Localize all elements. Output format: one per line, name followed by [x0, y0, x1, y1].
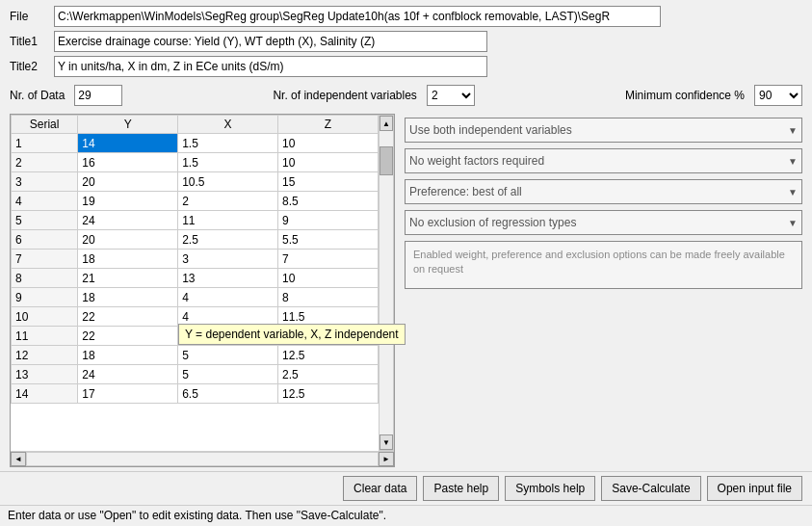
table-cell[interactable]: 10: [278, 269, 379, 288]
table-cell[interactable]: 19: [78, 192, 178, 211]
table-cell[interactable]: 6: [12, 230, 78, 250]
table-row[interactable]: 1218512.5: [12, 346, 379, 365]
table-cell[interactable]: 6.5: [178, 384, 278, 404]
preference-dropdown[interactable]: Preference: best of all ▼: [405, 179, 802, 204]
table-cell[interactable]: 2: [178, 192, 278, 211]
table-cell[interactable]: 2.5: [278, 365, 379, 384]
table-cell[interactable]: 9: [278, 211, 379, 230]
table-cell[interactable]: 22: [78, 307, 178, 327]
table-cell[interactable]: 14: [12, 384, 78, 404]
nr-indep-select[interactable]: 2 1 3: [427, 85, 475, 106]
table-cell[interactable]: 2.5: [178, 230, 278, 250]
title1-label: Title1: [10, 35, 48, 48]
table-cell[interactable]: 8: [278, 288, 379, 307]
save-calculate-button[interactable]: Save-Calculate: [601, 476, 700, 501]
table-cell[interactable]: 5.5: [278, 230, 379, 250]
data-table-container: Serial Y X Z 1141.5102161.51032010.51541…: [10, 114, 395, 467]
table-cell[interactable]: 24: [78, 365, 178, 384]
table-cell[interactable]: 20: [78, 230, 178, 250]
nr-indep-label: Nr. of independent variables: [273, 89, 416, 102]
table-cell[interactable]: 14: [78, 134, 178, 153]
table-cell[interactable]: 8: [12, 269, 78, 288]
col-header-y: Y: [78, 116, 178, 134]
table-cell[interactable]: 17: [78, 384, 178, 404]
min-conf-select[interactable]: 90 95 99: [754, 85, 802, 106]
table-cell[interactable]: 5: [178, 346, 278, 365]
paste-help-button[interactable]: Paste help: [423, 476, 499, 501]
horizontal-scrollbar[interactable]: ◄ ►: [11, 451, 394, 466]
table-cell[interactable]: 7: [278, 250, 379, 269]
table-cell[interactable]: 2: [12, 153, 78, 172]
title1-input[interactable]: [54, 31, 487, 52]
vertical-scrollbar[interactable]: ▲ ▼: [379, 115, 394, 451]
stats-row: Nr. of Data Nr. of independent variables…: [0, 81, 812, 110]
table-cell[interactable]: 10: [278, 134, 379, 153]
table-cell[interactable]: 18: [78, 250, 178, 269]
table-row[interactable]: 524119: [12, 211, 379, 230]
table-cell[interactable]: 4: [178, 288, 278, 307]
scroll-right-arrow[interactable]: ►: [379, 452, 394, 466]
title2-input[interactable]: [54, 56, 487, 77]
table-cell[interactable]: 21: [78, 269, 178, 288]
table-cell[interactable]: 1: [12, 134, 78, 153]
table-cell[interactable]: 22: [78, 327, 178, 346]
table-row[interactable]: 132452.5: [12, 365, 379, 384]
table-row[interactable]: 1141.510: [12, 134, 379, 153]
table-cell[interactable]: 12.5: [278, 346, 379, 365]
table-cell[interactable]: 18: [78, 346, 178, 365]
scroll-down-arrow[interactable]: ▼: [380, 434, 393, 450]
exclusion-dropdown[interactable]: No exclusion of regression types ▼: [405, 210, 802, 235]
table-row[interactable]: 8211310: [12, 269, 379, 288]
table-cell[interactable]: 7: [12, 250, 78, 269]
table-cell[interactable]: 12: [12, 346, 78, 365]
open-input-file-button[interactable]: Open input file: [707, 476, 802, 501]
table-cell[interactable]: 10: [12, 307, 78, 327]
dropdown2-arrow: ▼: [788, 156, 798, 167]
table-row[interactable]: 41928.5: [12, 192, 379, 211]
bottom-buttons: Clear data Paste help Symbols help Save-…: [0, 471, 812, 505]
table-cell[interactable]: 10: [278, 153, 379, 172]
table-row[interactable]: 91848: [12, 288, 379, 307]
nr-data-input[interactable]: [74, 85, 122, 106]
table-cell[interactable]: 12.5: [278, 384, 379, 404]
table-cell[interactable]: 16: [78, 153, 178, 172]
table-cell[interactable]: 10.5: [178, 172, 278, 192]
weight-factors-dropdown[interactable]: No weight factors required ▼: [405, 148, 802, 173]
table-cell[interactable]: 9: [12, 288, 78, 307]
table-cell[interactable]: 3: [12, 172, 78, 192]
table-cell[interactable]: 3: [178, 250, 278, 269]
table-cell[interactable]: 8.5: [278, 192, 379, 211]
clear-data-button[interactable]: Clear data: [343, 476, 417, 501]
use-variables-dropdown[interactable]: Use both independent variables ▼: [405, 118, 802, 143]
table-cell[interactable]: 15: [278, 172, 379, 192]
table-row[interactable]: 14176.512.5: [12, 384, 379, 404]
table-cell[interactable]: 13: [178, 269, 278, 288]
table-cell[interactable]: 4: [12, 192, 78, 211]
table-row[interactable]: 71837: [12, 250, 379, 269]
scroll-left-arrow[interactable]: ◄: [11, 452, 26, 466]
table-row[interactable]: 2161.510: [12, 153, 379, 172]
table-row[interactable]: 6202.55.5: [12, 230, 379, 250]
tooltip-text: Y = dependent variable, X, Z independent: [185, 328, 399, 341]
table-cell[interactable]: 13: [12, 365, 78, 384]
exclusion-label: No exclusion of regression types: [409, 216, 576, 229]
scroll-track[interactable]: [26, 452, 379, 466]
symbols-help-button[interactable]: Symbols help: [505, 476, 595, 501]
table-cell[interactable]: 11: [178, 211, 278, 230]
table-row[interactable]: 32010.515: [12, 172, 379, 192]
col-header-x: X: [178, 116, 278, 134]
file-input[interactable]: [54, 6, 661, 27]
table-cell[interactable]: 5: [178, 365, 278, 384]
scroll-thumb[interactable]: [380, 146, 393, 175]
table-cell[interactable]: 24: [78, 211, 178, 230]
weight-factors-label: No weight factors required: [409, 154, 544, 168]
table-cell[interactable]: 1.5: [178, 153, 278, 172]
file-label: File: [10, 10, 48, 23]
scroll-up-arrow[interactable]: ▲: [380, 116, 393, 131]
form-area: File Title1 Title2: [0, 0, 812, 81]
table-cell[interactable]: 18: [78, 288, 178, 307]
table-cell[interactable]: 1.5: [178, 134, 278, 153]
table-cell[interactable]: 20: [78, 172, 178, 192]
table-cell[interactable]: 5: [12, 211, 78, 230]
table-cell[interactable]: 11: [12, 327, 78, 346]
